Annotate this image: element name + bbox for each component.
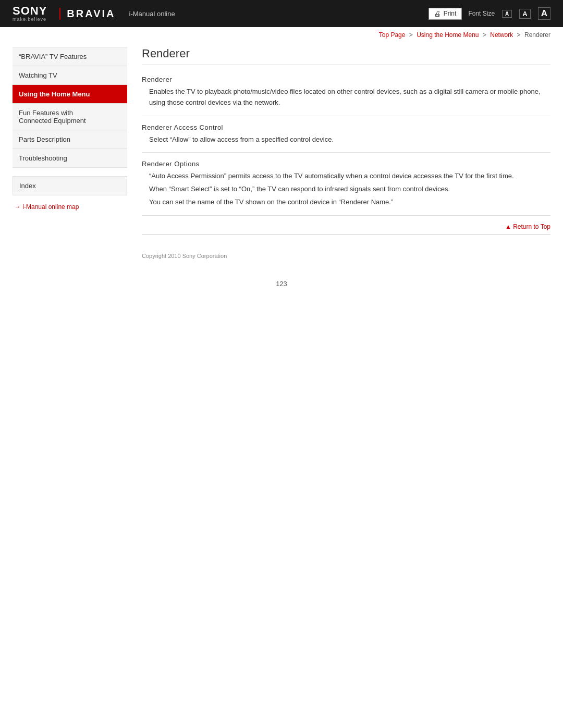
sony-logo-block: SONY make.believe (13, 5, 47, 22)
section-title-renderer: Renderer (142, 76, 550, 83)
options-text-3: You can set the name of the TV shown on … (149, 197, 550, 208)
access-control-text: Select “Allow” to allow access from a sp… (149, 134, 550, 145)
sidebar-item-using-home-menu[interactable]: Using the Home Menu (13, 85, 127, 104)
options-text-1: “Auto Access Permission” permits access … (149, 171, 550, 182)
top-header: SONY make.believe BRAVIA i-Manual online… (0, 0, 563, 27)
sidebar-item-watching-tv[interactable]: Watching TV (13, 66, 127, 85)
sidebar-link-area: → i-Manual online map (13, 203, 127, 211)
imanual-label: i-Manual online (129, 10, 175, 18)
section-renderer-intro: Renderer Enables the TV to playback phot… (142, 68, 550, 116)
section-renderer-access-control: Renderer Access Control Select “Allow” t… (142, 116, 550, 153)
sony-logo: SONY (13, 5, 47, 17)
breadcrumb-network[interactable]: Network (490, 31, 513, 39)
page-number: 123 (0, 264, 563, 293)
content-area: Renderer Renderer Enables the TV to play… (127, 47, 550, 264)
breadcrumb-sep-2: > (483, 31, 486, 39)
section-renderer-options: Renderer Options “Auto Access Permission… (142, 153, 550, 215)
return-to-top-arrow-icon: ▲ (505, 223, 513, 230)
sony-tagline: make.believe (13, 17, 46, 22)
sidebar-item-parts-description[interactable]: Parts Description (13, 130, 127, 149)
sidebar-item-fun-features[interactable]: Fun Features withConnected Equipment (13, 104, 127, 130)
section-body-access-control: Select “Allow” to allow access from a sp… (142, 134, 550, 145)
font-size-label: Font Size (468, 10, 495, 17)
breadcrumb-top-page[interactable]: Top Page (379, 31, 406, 39)
options-text-2: When “Smart Select” is set to “On,” the … (149, 184, 550, 195)
bravia-logo-text: BRAVIA (59, 8, 115, 20)
sidebar-index[interactable]: Index (13, 176, 127, 195)
font-size-small-button[interactable]: A (502, 10, 512, 18)
section-body-options: “Auto Access Permission” permits access … (142, 171, 550, 207)
print-button[interactable]: 🖨 Print (429, 8, 462, 20)
page-title: Renderer (142, 47, 550, 65)
sidebar-spacer (13, 168, 127, 176)
breadcrumb-sep-1: > (409, 31, 413, 39)
logo-area: SONY make.believe BRAVIA i-Manual online (13, 5, 175, 22)
print-icon: 🖨 (434, 10, 441, 18)
section-body-renderer: Enables the TV to playback photo/music/v… (142, 87, 550, 108)
copyright: Copyright 2010 Sony Corporation (142, 248, 550, 264)
print-label: Print (444, 10, 457, 17)
arrow-icon: → (15, 203, 22, 211)
section-title-access-control: Renderer Access Control (142, 124, 550, 131)
imanual-map-link[interactable]: → i-Manual online map (15, 203, 79, 211)
renderer-intro-text: Enables the TV to playback photo/music/v… (149, 87, 550, 108)
breadcrumb-sep-3: > (517, 31, 521, 39)
header-controls: 🖨 Print Font Size A A A (429, 7, 550, 20)
return-to-top-section: ▲ Return to Top (142, 216, 550, 235)
breadcrumb-using-home-menu[interactable]: Using the Home Menu (417, 31, 479, 39)
return-to-top-link[interactable]: ▲ Return to Top (505, 223, 550, 230)
main-layout: “BRAVIA” TV Features Watching TV Using t… (0, 47, 563, 264)
font-size-medium-button[interactable]: A (519, 9, 530, 19)
sidebar-item-bravia-tv-features[interactable]: “BRAVIA” TV Features (13, 47, 127, 66)
breadcrumb: Top Page > Using the Home Menu > Network… (0, 27, 563, 42)
font-size-large-button[interactable]: A (538, 7, 550, 20)
sidebar-item-troubleshooting[interactable]: Troubleshooting (13, 149, 127, 168)
section-title-options: Renderer Options (142, 160, 550, 168)
breadcrumb-current: Renderer (524, 31, 550, 39)
return-to-top-label: Return to Top (513, 223, 550, 230)
sidebar: “BRAVIA” TV Features Watching TV Using t… (13, 47, 127, 264)
